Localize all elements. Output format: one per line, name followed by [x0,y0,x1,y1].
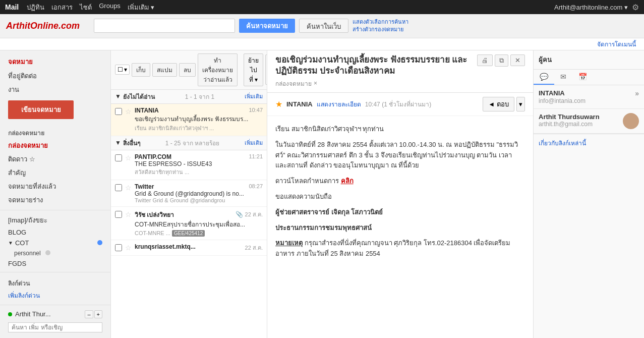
reply-more-button[interactable]: ▾ [516,97,525,111]
email-star-pantip[interactable]: ☆ [125,154,132,162]
section-others-label[interactable]: ▼ สิ่งอื่นๆ [115,138,140,148]
manage-domain[interactable]: จัดการโดเมนนี้ [0,38,644,50]
label-close-icon[interactable]: × [314,80,317,87]
sidebar-add-link[interactable]: เพิ่มลิงก์ด่วน [0,289,110,302]
inbox-label-tag[interactable]: กล่องจดหมาย [275,79,312,88]
keep-button[interactable]: เก็บ [132,63,150,77]
sidebar-item-important[interactable]: สำคัญ [0,166,110,180]
move-to-button[interactable]: ย้ายไปที่ ▾ [244,53,263,86]
email-star-twitter[interactable]: ☆ [125,184,132,192]
nav-more[interactable]: เพิ่มเติม ▾ [128,2,155,13]
email-sender-krunq: krunqsriasset.mktq... [135,243,196,252]
sidebar-sub-personnel[interactable]: personnel [0,248,110,258]
delete-button[interactable]: ลบ [179,63,196,77]
email-item-pantip[interactable]: ☆ PANTIP.COM 11:21 THE ESPRESSO - ISSUE4… [111,150,267,180]
nav-docs[interactable]: เอกสาร [51,2,73,13]
section-others-header: ▼ สิ่งอื่นๆ 1 - 25 จาก หลายร้อย เพิ่มเติ… [111,136,267,150]
create-filter-link[interactable]: สร้างตัวกรองจดหมาย [353,26,408,33]
section-others-more[interactable]: เพิ่มเติม [245,138,263,147]
email-checkbox-twitter[interactable] [115,184,122,191]
sidebar-item-fgds[interactable]: FGDS [0,258,110,269]
chat-user-name[interactable]: Arthit Thur... [15,310,51,318]
personnel-dot [45,250,50,255]
sidebar-item-imap[interactable]: [Imap]/ถังขยะ [0,213,110,227]
arthit-contact-row: Arthit Thurdsuwarn arthit.th@gmail.com [539,113,639,129]
meta-sender: INTANIA [286,100,313,108]
sidebar-box-title: กล่องจดหมาย [0,125,110,139]
tab-mail[interactable]: ✉ [554,70,572,85]
chat-minimize-btn[interactable]: – [85,310,93,318]
body-para1: ในวันอาทิตย์ที่ 28 สิงหาคม 2554 ตั้งแต่เ… [275,140,525,171]
user-account[interactable]: Arthit@arthitonline.com ▾ [554,4,628,11]
email-star-wirach[interactable]: ☆ [125,210,132,218]
cot-label: COT [15,239,29,247]
email-checkbox-krunq[interactable] [115,244,122,251]
sidebar-divider1 [0,210,110,210]
sidebar-item-drafts[interactable]: จดหมายร่าง [0,193,110,207]
email-checkbox-pantip[interactable] [115,154,122,161]
meta-expand-link[interactable]: แสดงรายละเอียด [317,99,361,109]
email-item-intania[interactable]: ☆ INTANIA 10:47 ขอเชิญร่วมงานทำบุญเลี้ยง… [111,104,267,136]
sidebar-item-blog[interactable]: BLOG [0,227,110,238]
email-detail-actions: 🖨 ⧉ ✕ [477,54,525,67]
app-brand: Mail [5,3,19,11]
email-checkbox-wirach[interactable] [115,211,122,218]
reply-actions: ◄ ตอบ ▾ [483,97,525,111]
sidebar-item-starred[interactable]: ติดดาว ☆ [0,152,110,166]
spam-button[interactable]: สแปม [152,63,177,77]
email-checkbox-intania[interactable] [115,108,122,115]
move-label: ย้ายไปที่ ▾ [248,55,259,84]
tab-chat[interactable]: 💬 [534,70,554,85]
nav-sites[interactable]: ไซต์ [80,2,92,13]
mark-read-button[interactable]: ทำเครื่องหมายว่าอ่านแล้ว [198,53,238,86]
email-star-krunq[interactable]: ☆ [125,244,132,252]
compose-button[interactable]: เขียนจดหมาย [8,100,74,119]
email-item-twitter[interactable]: ☆ Twitter 08:27 Grid & Ground (@gridandg… [111,180,267,207]
search-mail-button[interactable]: ค้นหาจดหมาย [239,19,295,33]
reply-button[interactable]: ◄ ตอบ [483,97,514,111]
search-area: ArthitOnline.com ค้นหาจดหมาย ค้นหาในเว็บ… [0,14,644,38]
section-unread-more[interactable]: เพิ่มเติม [245,92,263,101]
chat-expand-btn[interactable]: + [94,310,102,318]
section-unread-collapse: ▼ [115,93,121,100]
sidebar-item-contacts[interactable]: ที่อยู่ติดต่อ [0,69,110,83]
search-input[interactable] [94,19,235,33]
drafts-label: จดหมายร่าง [8,195,43,205]
sidebar-item-sent[interactable]: จดหมายที่ส่งแล้ว [0,180,110,193]
email-detail: ขอเชิญร่วมงานทำบุญเลี้ยงพระ ฟังธรรมบรรยา… [267,50,533,338]
sidebar-item-cot[interactable]: ▼ COT [0,238,110,248]
body-sign1: ผู้ช่วยศาสตราจารย์ เจิดกุล โสภาวนิตย์ [275,207,525,218]
email-detail-header: ขอเชิญร่วมงานทำบุญเลี้ยงพระ ฟังธรรมบรรยา… [267,50,533,93]
tab-calendar[interactable]: 📅 [572,70,593,85]
email-star-detail[interactable]: ★ [275,99,282,109]
sidebar-item-inbox[interactable]: กล่องจดหมาย [0,139,110,152]
print-button[interactable]: 🖨 [477,54,493,66]
nav-calendar[interactable]: ปฏิทิน [27,2,44,13]
email-star-intania[interactable]: ☆ [125,107,132,116]
email-item-wirach[interactable]: ☆ วิรัช เปล่งวิทยา 📎 22 ส.ค. COT-MNREสรุ… [111,207,267,240]
related-links[interactable]: เกี่ยวกับลิงก์เหล่านี้ [534,134,644,152]
sidebar-item-tasks[interactable]: งาน [0,83,110,96]
gear-icon[interactable]: ⚙ [632,3,639,12]
cot-collapse-icon: ▼ [8,240,13,246]
intania-expand-arrow[interactable]: » [635,89,639,97]
sidebar-mail-label[interactable]: จดหมาย [0,54,110,69]
select-checkbox[interactable]: ☐ ▾ [115,65,130,75]
close-detail-button[interactable]: ✕ [510,54,525,66]
chat-search-input[interactable] [8,322,102,332]
email-item-krunq[interactable]: ☆ krunqsriasset.mktq... 22 ส.ค. [111,240,267,256]
reply-icon: ◄ [488,100,495,108]
download-link[interactable]: คลิก [341,177,354,185]
section-unread-label[interactable]: ▼ ยังไม่ได้อ่าน [115,92,155,101]
sidebar: จดหมาย ที่อยู่ติดต่อ งาน เขียนจดหมาย กล่… [0,50,111,338]
popout-button[interactable]: ⧉ [495,54,508,67]
arthit-contact-info: Arthit Thurdsuwarn arthit.th@gmail.com [539,113,619,128]
nav-groups[interactable]: Groups [99,2,121,13]
email-time-krunq: 22 ส.ค. [245,243,263,252]
body-sign2: ประธานกรรมการชมรมพุทธศาสน์ [275,223,525,234]
logo-area: ArthitOnline.com [6,21,80,31]
body-regards: ขอแสดงความนับถือ [275,192,525,202]
right-panel-tabs: 💬 ✉ 📅 [534,70,644,85]
search-options-link[interactable]: แสดงตัวเลือกการค้นหา [353,18,408,26]
search-web-button[interactable]: ค้นหาในเว็บ [299,19,348,33]
